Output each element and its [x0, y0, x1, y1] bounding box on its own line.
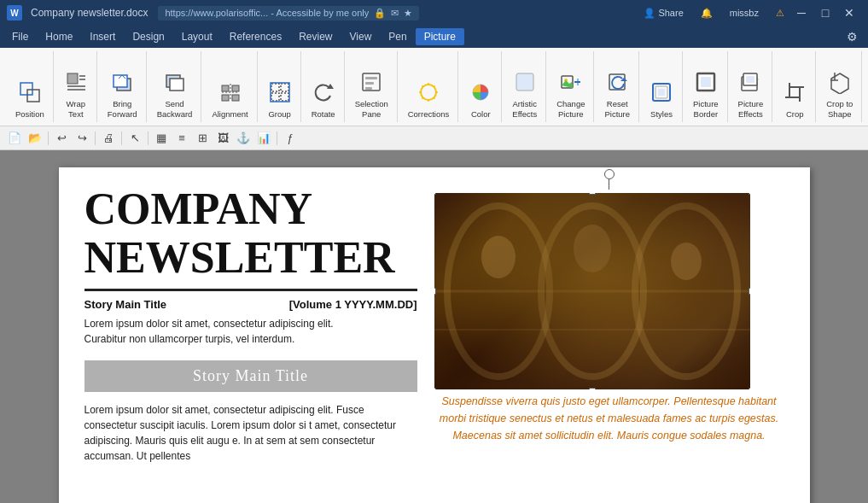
crop-to-shape-label: Crop toShape — [826, 99, 853, 119]
share-button[interactable]: 👤 Share — [638, 6, 688, 20]
formula-button[interactable]: ƒ — [281, 129, 300, 148]
ribbon-group-picture-effects: PictureEffects — [730, 51, 773, 122]
new-button[interactable]: 📄 — [5, 129, 24, 148]
title-bar-left: W Company newsletter.docx https://www.po… — [7, 5, 419, 20]
story-body-2: Lorem ipsum dolor sit amet, consectetur … — [84, 402, 417, 464]
undo-button[interactable]: ↩ — [52, 129, 71, 148]
crop-button[interactable]: Crop — [779, 78, 810, 120]
svg-rect-12 — [170, 79, 184, 91]
svg-rect-22 — [281, 93, 288, 101]
color-button[interactable]: Color — [465, 78, 496, 120]
user-label: missbz — [725, 6, 764, 20]
crop-label: Crop — [786, 109, 804, 119]
cursor-button[interactable]: ↖ — [125, 129, 144, 148]
url-bar[interactable]: https://www.polarisoffic... - Accessible… — [158, 6, 419, 20]
print-button[interactable]: 🖨 — [99, 129, 118, 148]
table-button[interactable]: ▦ — [152, 129, 171, 148]
change-picture-icon — [559, 70, 583, 97]
alignment-button[interactable]: Alignment — [208, 78, 251, 120]
svg-rect-39 — [516, 73, 533, 91]
fresco-image[interactable] — [434, 193, 750, 389]
newsletter-title: COMPANYNEWSLETTER — [84, 184, 417, 291]
svg-rect-26 — [365, 77, 377, 79]
svg-rect-20 — [281, 84, 288, 91]
column-right: Suspendisse viverra quis justo eget ulla… — [434, 184, 784, 503]
send-backward-button[interactable]: SendBackward — [154, 67, 196, 120]
maximize-button[interactable]: □ — [813, 0, 837, 26]
star-icon: ★ — [404, 8, 412, 19]
rotate-button[interactable]: Rotate — [308, 78, 339, 120]
selection-pane-icon — [359, 70, 383, 97]
menu-home[interactable]: Home — [37, 28, 81, 45]
artistic-effects-label: ArtisticEffects — [512, 99, 537, 119]
image-button[interactable]: 🖼 — [213, 129, 232, 148]
picture-effects-button[interactable]: PictureEffects — [735, 67, 767, 120]
link-button[interactable]: ⚓ — [234, 129, 253, 148]
reset-picture-icon — [605, 70, 629, 97]
reset-picture-button[interactable]: ResetPicture — [601, 67, 633, 120]
position-button[interactable]: Position — [12, 78, 48, 120]
menu-file[interactable]: File — [3, 28, 37, 45]
wrap-text-button[interactable]: WrapText — [61, 67, 91, 120]
ribbon: Position WrapText — [0, 48, 868, 126]
list-button[interactable]: ≡ — [172, 129, 191, 148]
svg-rect-2 — [67, 73, 78, 84]
menu-design[interactable]: Design — [124, 28, 172, 45]
window-controls: ─ □ ✕ — [789, 0, 861, 26]
corrections-icon — [417, 80, 440, 108]
chart-button[interactable]: 📊 — [254, 129, 273, 148]
story-volume: [Volume 1 YYYY.MM.DD] — [289, 298, 417, 311]
reset-picture-label: ResetPicture — [604, 99, 630, 119]
menu-pen[interactable]: Pen — [380, 28, 415, 45]
svg-rect-0 — [20, 83, 32, 95]
svg-rect-13 — [222, 85, 229, 91]
ribbon-group-color: Color — [460, 51, 502, 122]
styles-button[interactable]: Styles — [646, 78, 677, 120]
menu-insert[interactable]: Insert — [81, 28, 124, 45]
ribbon-group-rotate: Rotate — [303, 51, 345, 122]
document-area: COMPANYNEWSLETTER Story Main Title [Volu… — [0, 150, 868, 503]
svg-rect-28 — [365, 87, 372, 90]
svg-line-35 — [434, 85, 434, 86]
ribbon-group-send-backward: SendBackward — [149, 51, 202, 122]
notification-icon[interactable]: 🔔 — [696, 6, 718, 20]
menu-layout[interactable]: Layout — [173, 28, 221, 45]
svg-point-76 — [574, 225, 611, 272]
open-button[interactable]: 📂 — [26, 129, 44, 148]
story-main-title: Story Main Title — [84, 298, 167, 311]
svg-line-36 — [422, 97, 422, 98]
bring-forward-button[interactable]: BringForward — [104, 67, 141, 120]
group-button[interactable]: Group — [265, 78, 295, 120]
settings-icon[interactable]: ⚙ — [840, 30, 865, 44]
group-label: Group — [268, 109, 290, 119]
rotate-icon — [312, 80, 335, 108]
crop-to-shape-button[interactable]: Crop toShape — [823, 67, 856, 120]
picture-border-icon — [694, 70, 718, 97]
menu-review[interactable]: Review — [290, 28, 341, 45]
grid-button[interactable]: ⊞ — [193, 129, 212, 148]
artistic-effects-button[interactable]: ArtisticEffects — [509, 67, 540, 120]
group-icon — [268, 80, 292, 108]
minimize-button[interactable]: ─ — [789, 0, 813, 26]
corrections-button[interactable]: Corrections — [405, 78, 453, 120]
redo-button[interactable]: ↪ — [73, 129, 91, 148]
caption-text: Suspendisse viverra quis justo eget ulla… — [434, 393, 784, 444]
rotation-handle[interactable] — [604, 169, 615, 179]
rotate-label: Rotate — [312, 109, 335, 119]
close-button[interactable]: ✕ — [837, 0, 861, 26]
position-icon — [18, 80, 42, 108]
picture-border-button[interactable]: PictureBorder — [690, 67, 722, 120]
url-text: https://www.polarisoffic... - Accessible… — [165, 8, 369, 18]
menu-view[interactable]: View — [341, 28, 381, 45]
menu-picture[interactable]: Picture — [416, 28, 464, 45]
selection-pane-button[interactable]: SelectionPane — [352, 67, 392, 120]
bring-forward-label: BringForward — [108, 99, 137, 119]
color-icon — [469, 80, 492, 108]
menu-references[interactable]: References — [221, 28, 290, 45]
send-backward-icon — [163, 70, 187, 97]
menu-bar: File Home Insert Design Layout Reference… — [0, 26, 868, 48]
ribbon-group-selection-pane: SelectionPane — [347, 51, 398, 122]
corrections-label: Corrections — [408, 109, 450, 119]
change-picture-button[interactable]: ChangePicture — [553, 67, 588, 120]
svg-rect-15 — [222, 95, 229, 101]
